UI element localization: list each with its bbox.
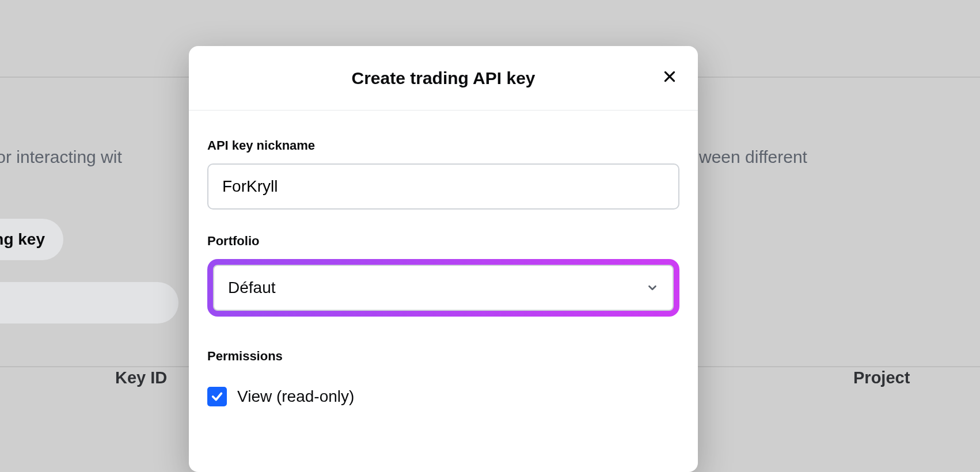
background-tab-trading-key[interactable]: ding key: [0, 219, 63, 260]
background-tab-secondary[interactable]: [0, 282, 178, 323]
chevron-down-icon: [646, 281, 659, 294]
portfolio-label: Portfolio: [207, 234, 679, 249]
close-icon: [662, 69, 677, 84]
create-api-key-modal: Create trading API key API key nickname …: [189, 46, 698, 472]
modal-body: API key nickname Portfolio Défaut Permis…: [189, 111, 698, 406]
permission-view-label: View (read-only): [237, 387, 354, 406]
portfolio-select[interactable]: Défaut: [213, 265, 674, 311]
column-header-key-id: Key ID: [115, 368, 167, 387]
close-button[interactable]: [662, 69, 677, 84]
portfolio-group: Portfolio Défaut: [207, 234, 679, 317]
permissions-label: Permissions: [207, 349, 679, 364]
nickname-group: API key nickname: [207, 138, 679, 210]
modal-title: Create trading API key: [352, 68, 535, 88]
background-description-fragment-right: ween different: [699, 147, 807, 167]
nickname-label: API key nickname: [207, 138, 679, 153]
portfolio-highlight-ring: Défaut: [207, 259, 679, 317]
permission-view-checkbox[interactable]: [207, 387, 227, 406]
background-description-fragment-left: missions for interacting wit: [0, 147, 122, 167]
check-icon: [211, 390, 223, 403]
portfolio-selected-value: Défaut: [228, 279, 276, 297]
background-tab-label: ding key: [0, 230, 45, 249]
column-header-project: Project: [853, 368, 910, 387]
nickname-input[interactable]: [207, 163, 679, 210]
modal-header: Create trading API key: [189, 46, 698, 111]
permission-view-row: View (read-only): [207, 387, 679, 406]
